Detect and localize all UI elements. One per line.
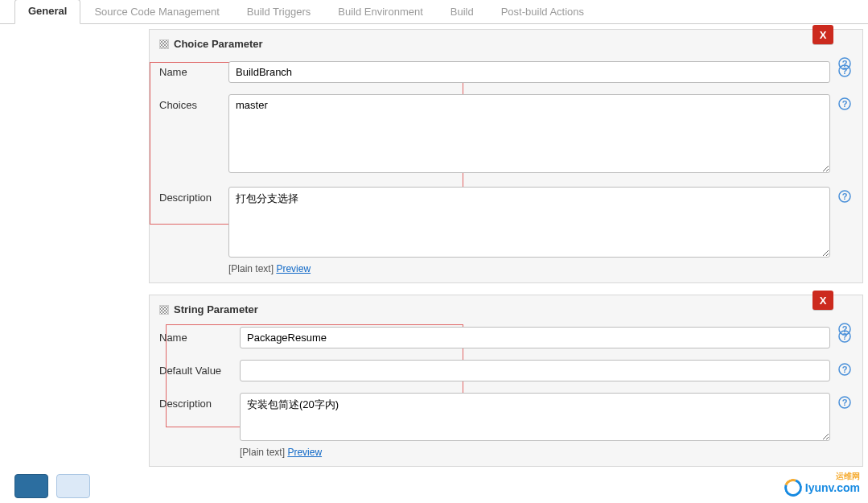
format-line: [Plain text] Preview bbox=[228, 263, 854, 274]
svg-text:?: ? bbox=[842, 192, 848, 201]
description-textarea[interactable]: 安装包简述(20字内) bbox=[240, 393, 830, 441]
drag-handle-icon[interactable] bbox=[159, 39, 169, 49]
svg-text:?: ? bbox=[842, 66, 848, 76]
preview-link[interactable]: Preview bbox=[287, 447, 322, 458]
tab-scm[interactable]: Source Code Management bbox=[80, 0, 232, 24]
tab-general[interactable]: General bbox=[14, 0, 80, 24]
help-icon[interactable]: ? bbox=[838, 190, 851, 203]
format-line: [Plain text] Preview bbox=[240, 447, 854, 458]
help-icon[interactable]: ? bbox=[838, 97, 851, 110]
name-label: Name bbox=[159, 61, 228, 78]
tab-build-triggers[interactable]: Build Triggers bbox=[233, 0, 324, 24]
watermark-small: 运维网 bbox=[836, 471, 860, 478]
choices-textarea[interactable]: master bbox=[228, 94, 830, 173]
string-parameter-block: X ? String Parameter Name ? Default bbox=[149, 295, 863, 467]
name-input[interactable] bbox=[228, 61, 830, 83]
delete-button[interactable]: X bbox=[812, 25, 833, 44]
choices-label: Choices bbox=[159, 94, 228, 111]
tab-post-build[interactable]: Post-build Actions bbox=[487, 0, 598, 24]
param-title: Choice Parameter bbox=[174, 38, 263, 50]
drag-handle-icon[interactable] bbox=[159, 305, 169, 315]
description-label: Description bbox=[159, 393, 240, 410]
tab-build[interactable]: Build bbox=[437, 0, 487, 24]
preview-link[interactable]: Preview bbox=[276, 263, 311, 274]
svg-text:?: ? bbox=[842, 332, 848, 341]
apply-button[interactable] bbox=[56, 474, 90, 478]
default-value-label: Default Value bbox=[159, 360, 240, 377]
plain-text-label: [Plain text] bbox=[240, 447, 285, 458]
name-input[interactable] bbox=[240, 327, 830, 348]
choice-parameter-block: X ? Choice Parameter Name ? Choices bbox=[149, 29, 863, 283]
tab-build-environment[interactable]: Build Environment bbox=[324, 0, 437, 24]
plain-text-label: [Plain text] bbox=[228, 263, 274, 274]
help-icon[interactable]: ? bbox=[838, 363, 851, 376]
description-textarea[interactable]: 打包分支选择 bbox=[228, 187, 830, 258]
default-value-input[interactable] bbox=[240, 360, 830, 381]
svg-text:?: ? bbox=[842, 99, 848, 109]
action-buttons bbox=[14, 474, 90, 478]
svg-text:?: ? bbox=[842, 398, 848, 407]
help-icon[interactable]: ? bbox=[838, 330, 851, 343]
help-icon[interactable]: ? bbox=[838, 396, 851, 409]
delete-button[interactable]: X bbox=[812, 291, 833, 310]
description-label: Description bbox=[159, 187, 228, 204]
help-icon[interactable]: ? bbox=[838, 64, 851, 77]
save-button[interactable] bbox=[14, 474, 48, 478]
config-tabs: General Source Code Management Build Tri… bbox=[0, 0, 868, 24]
svg-text:?: ? bbox=[842, 365, 848, 374]
param-title: String Parameter bbox=[174, 303, 258, 315]
name-label: Name bbox=[159, 327, 240, 344]
